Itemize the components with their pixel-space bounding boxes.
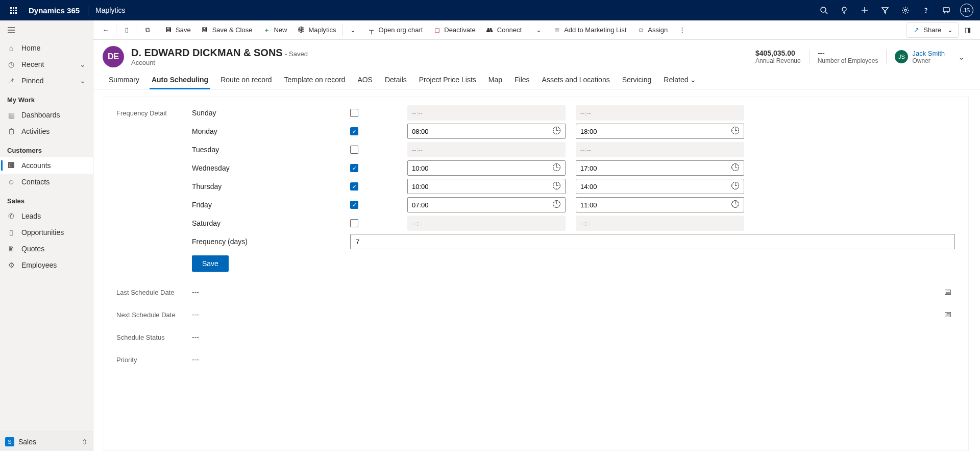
readonly-value[interactable]: --- bbox=[192, 311, 944, 319]
day-checkbox[interactable] bbox=[350, 146, 358, 154]
popout-icon[interactable]: ⧉ bbox=[138, 20, 157, 40]
tab-details[interactable]: Details bbox=[379, 70, 413, 89]
start-time-input-field[interactable] bbox=[412, 128, 553, 135]
tab-summary[interactable]: Summary bbox=[103, 70, 145, 89]
owner-block[interactable]: JS Jack Smith Owner bbox=[886, 50, 945, 64]
clock-icon[interactable]: 🕒︎ bbox=[553, 200, 561, 209]
sidebar-item-activities[interactable]: 📋︎Activities bbox=[0, 123, 93, 139]
back-button[interactable]: ← bbox=[96, 20, 115, 40]
sidebar-item-leads[interactable]: ✆Leads bbox=[0, 208, 93, 224]
day-checkbox[interactable] bbox=[350, 219, 358, 227]
sidebar-item-recent[interactable]: ◷Recent⌄ bbox=[0, 56, 93, 73]
start-time-input-field[interactable] bbox=[412, 201, 553, 209]
tab-auto-scheduling[interactable]: Auto Scheduling bbox=[145, 70, 214, 89]
sidebar-item-quotes[interactable]: 🗎︎Quotes bbox=[0, 241, 93, 257]
connect-button[interactable]: 👥︎Connect bbox=[481, 20, 527, 40]
end-time-input[interactable]: 🕒︎ bbox=[576, 160, 744, 176]
sidebar-item-contacts[interactable]: ☺Contacts bbox=[0, 174, 93, 190]
assign-button[interactable]: ☺Assign bbox=[631, 20, 673, 40]
start-time-input[interactable]: 🕒︎ bbox=[407, 160, 566, 176]
day-checkbox[interactable] bbox=[350, 127, 358, 135]
clock-icon[interactable]: 🕒︎ bbox=[553, 182, 561, 191]
expand-icon: ⇳ bbox=[82, 438, 88, 446]
maplytics-button[interactable]: 🌐︎Maplytics bbox=[292, 20, 341, 40]
sidebar-item-dashboards[interactable]: ▦Dashboards bbox=[0, 107, 93, 123]
calendar-icon[interactable]: 📅︎ bbox=[944, 288, 955, 297]
frequency-input[interactable] bbox=[350, 234, 955, 249]
clock-icon[interactable]: 🕒︎ bbox=[731, 182, 740, 191]
end-time-input-field[interactable] bbox=[580, 201, 731, 209]
start-time-input-field[interactable] bbox=[412, 164, 553, 172]
end-time-input-field[interactable] bbox=[580, 164, 731, 172]
page-icon[interactable]: ▯ bbox=[117, 20, 136, 40]
start-time-input bbox=[407, 216, 566, 231]
readonly-value[interactable]: --- bbox=[192, 333, 955, 341]
save-button[interactable]: 💾︎Save bbox=[159, 20, 196, 40]
search-icon[interactable] bbox=[814, 0, 834, 20]
side-panel-icon[interactable]: ◨ bbox=[959, 20, 977, 40]
sidebar-item-opportunities[interactable]: ▯Opportunities bbox=[0, 224, 93, 241]
clock-icon[interactable]: 🕒︎ bbox=[553, 163, 561, 173]
sidebar-item-employees[interactable]: ⚙Employees bbox=[0, 257, 93, 273]
tab-template[interactable]: Template on record bbox=[278, 70, 352, 89]
gear-icon[interactable] bbox=[895, 0, 916, 20]
connect-chevron[interactable]: ⌄ bbox=[529, 20, 548, 40]
plus-icon[interactable] bbox=[854, 0, 875, 20]
maplytics-chevron[interactable]: ⌄ bbox=[344, 20, 362, 40]
tab-route[interactable]: Route on record bbox=[214, 70, 278, 89]
save-close-button[interactable]: 💾︎Save & Close bbox=[196, 20, 258, 40]
save-form-button[interactable]: Save bbox=[192, 255, 229, 272]
clock-icon[interactable]: 🕒︎ bbox=[731, 127, 740, 136]
day-checkbox[interactable] bbox=[350, 201, 358, 209]
assistant-icon[interactable] bbox=[936, 0, 957, 20]
sidebar-item-accounts[interactable]: 🏢︎Accounts bbox=[0, 157, 93, 174]
end-time-input[interactable]: 🕒︎ bbox=[576, 179, 744, 194]
start-time-input-field bbox=[412, 220, 561, 227]
add-marketing-button[interactable]: ≣Add to Marketing List bbox=[548, 20, 631, 40]
start-time-input[interactable]: 🕒︎ bbox=[407, 179, 566, 194]
form-scroll[interactable]: Frequency DetailSundayMonday🕒︎🕒︎TuesdayW… bbox=[103, 97, 969, 451]
hamburger-icon[interactable] bbox=[0, 20, 93, 40]
clock-icon[interactable]: 🕒︎ bbox=[731, 163, 740, 173]
user-avatar[interactable]: JS bbox=[957, 0, 977, 20]
start-time-input-field[interactable] bbox=[412, 183, 553, 191]
lightbulb-icon[interactable] bbox=[834, 0, 854, 20]
tab-related[interactable]: Related ⌄ bbox=[657, 70, 702, 89]
header-chevron[interactable]: ⌄ bbox=[952, 52, 971, 62]
tab-aos[interactable]: AOS bbox=[351, 70, 379, 89]
end-time-input[interactable]: 🕒︎ bbox=[576, 197, 744, 212]
calendar-icon[interactable]: 📅︎ bbox=[944, 310, 955, 319]
tab-project-price-lists[interactable]: Project Price Lists bbox=[413, 70, 482, 89]
clock-icon[interactable]: 🕒︎ bbox=[553, 127, 561, 136]
tab-map[interactable]: Map bbox=[482, 70, 508, 89]
filter-icon[interactable] bbox=[875, 0, 895, 20]
share-button[interactable]: ↗Share⌄ bbox=[906, 22, 959, 38]
sidebar-item-pinned[interactable]: 📌︎Pinned⌄ bbox=[0, 73, 93, 89]
help-icon[interactable] bbox=[916, 0, 936, 20]
overflow-button[interactable]: ⋮ bbox=[673, 20, 691, 40]
tab-files[interactable]: Files bbox=[508, 70, 536, 89]
end-time-input[interactable]: 🕒︎ bbox=[576, 124, 744, 139]
tab-assets[interactable]: Assets and Locations bbox=[536, 70, 616, 89]
clock-icon[interactable]: 🕒︎ bbox=[731, 200, 740, 209]
readonly-value[interactable]: --- bbox=[192, 355, 955, 364]
new-button[interactable]: ＋New bbox=[257, 20, 292, 40]
start-time-input[interactable]: 🕒︎ bbox=[407, 197, 566, 212]
start-time-input[interactable]: 🕒︎ bbox=[407, 124, 566, 139]
sidebar-item-home[interactable]: ⌂Home bbox=[0, 40, 93, 56]
readonly-value[interactable]: --- bbox=[192, 288, 944, 296]
day-checkbox[interactable] bbox=[350, 182, 358, 191]
area-badge: S bbox=[5, 437, 14, 446]
tab-servicing[interactable]: Servicing bbox=[616, 70, 658, 89]
end-time-input-field[interactable] bbox=[580, 128, 731, 135]
deactivate-button[interactable]: ◻Deactivate bbox=[428, 20, 480, 40]
app-name[interactable]: Maplytics bbox=[91, 6, 129, 14]
day-checkbox[interactable] bbox=[350, 164, 358, 172]
area-switcher[interactable]: S Sales ⇳ bbox=[0, 432, 93, 451]
day-checkbox[interactable] bbox=[350, 109, 358, 117]
owner-name[interactable]: Jack Smith bbox=[912, 50, 945, 57]
end-time-input-field[interactable] bbox=[580, 183, 731, 191]
brand-label[interactable]: Dynamics 365 bbox=[23, 6, 85, 15]
app-launcher-icon[interactable] bbox=[3, 0, 23, 20]
open-org-chart-button[interactable]: ┬Open org chart bbox=[362, 20, 428, 40]
